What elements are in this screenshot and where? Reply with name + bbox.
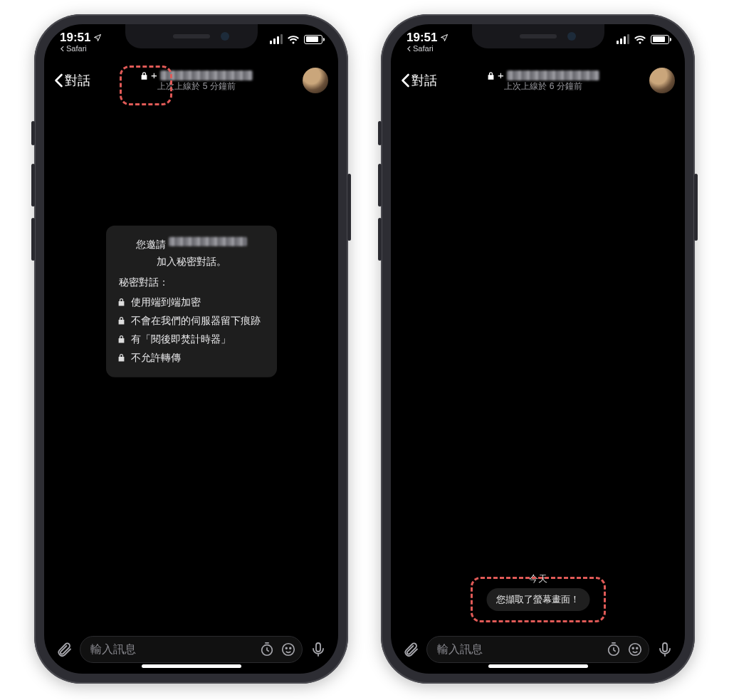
bullet-item: 不會在我們的伺服器留下痕跡 [117, 311, 266, 330]
side-button [31, 121, 35, 145]
attach-button[interactable] [402, 641, 419, 658]
svg-point-3 [290, 647, 291, 649]
chat-body[interactable]: 您邀請 加入秘密對話。 秘密對話： 使用端到端加密 不會在我們的伺服器留下痕跡 [44, 101, 338, 628]
lock-icon [117, 298, 125, 307]
back-label: 對話 [65, 72, 90, 89]
bullet-item: 使用端到端加密 [117, 293, 266, 311]
screen: 19:51 Safari 對話 [391, 24, 685, 674]
paperclip-icon [402, 641, 419, 658]
side-button [378, 164, 382, 207]
input-placeholder: 輸入訊息 [90, 642, 253, 657]
lead-post: 加入秘密對話。 [157, 254, 226, 268]
status-back-to-app[interactable]: Safari [60, 45, 102, 53]
svg-rect-9 [663, 643, 667, 652]
redacted-contact-name [160, 70, 253, 80]
status-back-to-app[interactable]: Safari [407, 45, 449, 53]
svg-point-1 [283, 644, 295, 656]
cellular-signal-icon [617, 34, 629, 44]
lock-icon [117, 335, 125, 344]
status-time: 19:51 [407, 31, 449, 44]
secret-chat-info-card: 您邀請 加入秘密對話。 秘密對話： 使用端到端加密 不會在我們的伺服器留下痕跡 [106, 226, 277, 377]
lock-icon [140, 71, 148, 80]
home-indicator[interactable] [488, 664, 588, 668]
chat-title[interactable]: + 上次上線於 5 分鐘前 [96, 69, 297, 91]
avatar[interactable] [649, 68, 675, 93]
wifi-icon [287, 34, 300, 44]
home-indicator[interactable] [142, 664, 241, 668]
last-seen-label: 上次上線於 6 分鐘前 [504, 82, 582, 92]
lock-icon [487, 71, 495, 80]
chevron-left-icon [54, 73, 63, 88]
phone-mockup-left: 19:51 Safari 對話 [34, 14, 348, 684]
chat-body[interactable]: 今天 您擷取了螢幕畫面！ [391, 101, 685, 628]
date-divider: 今天 [529, 573, 547, 585]
timer-button[interactable] [259, 642, 275, 657]
side-button [31, 218, 35, 261]
sticker-button[interactable] [627, 642, 643, 657]
contact-prefix: + [151, 69, 157, 81]
location-arrow-icon [440, 33, 449, 42]
lock-icon [117, 316, 125, 325]
side-button [378, 218, 382, 261]
sticker-icon [280, 642, 296, 657]
timer-button[interactable] [606, 642, 622, 657]
cellular-signal-icon [270, 34, 283, 44]
contact-prefix: + [498, 69, 504, 81]
redacted-contact-name [507, 70, 599, 80]
battery-icon [304, 35, 322, 44]
back-button[interactable]: 對話 [54, 72, 90, 89]
paperclip-icon [56, 641, 73, 658]
timer-icon [259, 642, 275, 657]
svg-rect-4 [316, 643, 320, 652]
device-notch [472, 24, 604, 48]
side-button [694, 174, 698, 241]
back-label: 對話 [411, 72, 437, 89]
sticker-icon [627, 642, 643, 657]
device-notch [125, 24, 258, 48]
chat-header: 對話 + 上次上線於 5 分鐘前 [44, 64, 338, 101]
redacted-contact-name [169, 237, 247, 246]
svg-point-2 [285, 647, 287, 649]
lead-pre: 您邀請 [136, 237, 166, 251]
screen: 19:51 Safari 對話 [44, 24, 338, 674]
wifi-icon [634, 34, 646, 44]
status-time: 19:51 [60, 31, 102, 44]
last-seen-label: 上次上線於 5 分鐘前 [157, 82, 235, 92]
attach-button[interactable] [56, 641, 73, 658]
mic-button[interactable] [656, 641, 673, 658]
sticker-button[interactable] [280, 642, 296, 657]
bullet-item: 有「閱後即焚計時器」 [117, 330, 266, 348]
message-input[interactable]: 輸入訊息 [80, 636, 303, 663]
avatar[interactable] [303, 68, 328, 93]
svg-point-7 [632, 647, 634, 649]
battery-icon [651, 35, 669, 44]
back-button[interactable]: 對話 [401, 72, 437, 89]
lock-icon [117, 353, 125, 362]
side-button [31, 164, 35, 207]
bullet-item: 不允許轉傳 [117, 348, 266, 367]
side-button [378, 121, 382, 145]
timer-icon [606, 642, 622, 657]
location-arrow-icon [93, 33, 102, 42]
message-input[interactable]: 輸入訊息 [426, 636, 649, 663]
phone-mockup-right: 19:51 Safari 對話 [381, 14, 695, 684]
chat-header: 對話 + 上次上線於 6 分鐘前 [391, 64, 685, 101]
chat-title[interactable]: + 上次上線於 6 分鐘前 [443, 69, 644, 91]
svg-point-8 [636, 647, 638, 649]
microphone-icon [656, 641, 673, 658]
section-title: 秘密對話： [119, 276, 266, 288]
svg-point-6 [629, 644, 641, 656]
side-button [347, 174, 351, 241]
chevron-left-icon [401, 73, 410, 88]
input-placeholder: 輸入訊息 [437, 642, 600, 657]
system-message-pill: 您擷取了螢幕畫面！ [486, 588, 589, 611]
microphone-icon [310, 641, 327, 658]
mic-button[interactable] [310, 641, 327, 658]
